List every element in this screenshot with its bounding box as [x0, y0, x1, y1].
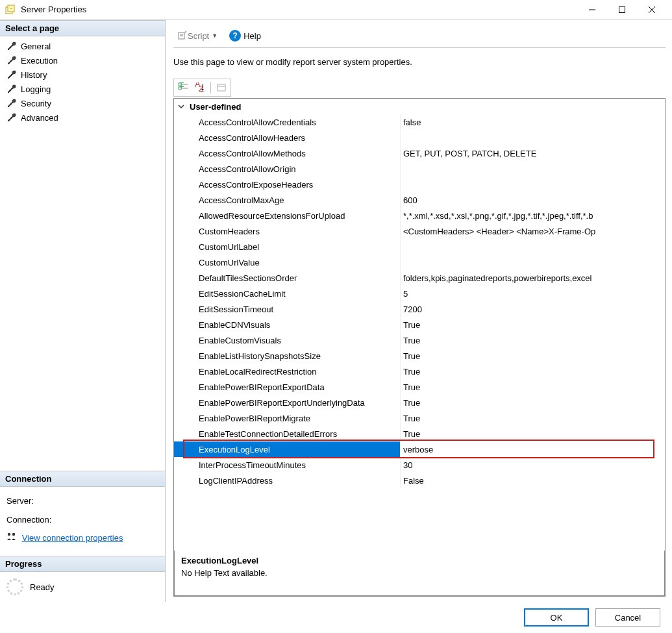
property-row[interactable]: AccessControlAllowOrigin [174, 161, 665, 177]
property-value[interactable]: True [400, 317, 665, 332]
property-value[interactable]: True [400, 379, 665, 395]
sidebar-page-advanced[interactable]: Advanced [0, 110, 165, 125]
sidebar-page-execution[interactable]: Execution [0, 53, 165, 68]
categorized-button[interactable]: ++ [175, 81, 191, 95]
property-row[interactable]: CustomUrlLabel [174, 239, 665, 254]
maximize-button[interactable] [607, 1, 637, 19]
help-label: Help [243, 31, 261, 41]
sidebar-page-history[interactable]: History [0, 68, 165, 82]
property-row[interactable]: EnableLocalRedirectRestrictionTrue [174, 364, 665, 379]
property-row[interactable]: EnableListHistorySnapshotsSizeTrue [174, 348, 665, 364]
property-value[interactable]: 7200 [400, 301, 665, 317]
alphabetical-button[interactable]: AZ [192, 81, 208, 95]
script-button[interactable]: Script ▼ [173, 28, 221, 44]
property-value-input[interactable] [403, 441, 665, 457]
property-row[interactable]: DefaultTilesSectionsOrderfolders,kpis,pa… [174, 270, 665, 286]
property-value[interactable]: 5 [400, 286, 665, 301]
property-row[interactable]: AllowedResourceExtensionsForUpload*,*.xm… [174, 208, 665, 223]
property-row[interactable]: CustomUrlValue [174, 254, 665, 270]
title-bar: Server Properties [0, 0, 672, 19]
property-rows: User-defined AccessControlAllowCredentia… [174, 99, 665, 551]
property-value[interactable]: GET, PUT, POST, PATCH, DELETE [400, 145, 665, 161]
property-value[interactable] [400, 441, 665, 457]
property-name: EnableCDNVisuals [174, 317, 400, 332]
property-row[interactable]: AccessControlAllowHeaders [174, 130, 665, 145]
property-value[interactable] [400, 161, 665, 177]
page-label: History [21, 70, 47, 80]
property-value[interactable]: True [400, 426, 665, 441]
property-value[interactable]: false [400, 114, 665, 130]
minimize-button[interactable] [577, 1, 607, 19]
property-value[interactable] [400, 130, 665, 145]
page-label: Execution [21, 56, 58, 66]
property-row[interactable]: AccessControlMaxAge600 [174, 192, 665, 208]
property-value[interactable]: 30 [400, 457, 665, 473]
property-row[interactable]: LogClientIPAddressFalse [174, 473, 665, 488]
svg-rect-21 [218, 84, 225, 91]
property-name: LogClientIPAddress [174, 473, 400, 488]
category-label: User-defined [190, 102, 241, 112]
svg-text:Z: Z [199, 84, 204, 93]
connection-header: Connection [0, 471, 165, 487]
category-row[interactable]: User-defined [174, 99, 665, 114]
property-value[interactable]: True [400, 332, 665, 348]
property-row[interactable]: ExecutionLogLevel [174, 441, 665, 457]
sidebar-page-security[interactable]: Security [0, 96, 165, 110]
property-row[interactable]: EditSessionTimeout7200 [174, 301, 665, 317]
page-description: Use this page to view or modify report s… [173, 57, 666, 67]
sidebar: Select a page GeneralExecutionHistoryLog… [0, 20, 166, 602]
property-value[interactable] [400, 254, 665, 270]
property-row[interactable]: AccessControlExposeHeaders [174, 177, 665, 192]
property-value[interactable]: True [400, 348, 665, 364]
property-row[interactable]: EnableCDNVisualsTrue [174, 317, 665, 332]
property-row[interactable]: EnableCustomVisualsTrue [174, 332, 665, 348]
property-value[interactable]: <CustomHeaders> <Header> <Name>X-Frame-O… [400, 223, 665, 239]
help-icon: ? [229, 30, 241, 42]
help-button[interactable]: ? Help [225, 28, 265, 43]
property-row[interactable]: EnablePowerBIReportMigrateTrue [174, 410, 665, 426]
property-name: CustomUrlValue [174, 254, 400, 270]
page-list: GeneralExecutionHistoryLoggingSecurityAd… [0, 36, 165, 127]
property-value[interactable]: False [400, 473, 665, 488]
property-row[interactable]: AccessControlAllowMethodsGET, PUT, POST,… [174, 145, 665, 161]
script-label: Script [188, 31, 209, 41]
property-row[interactable]: EditSessionCacheLimit5 [174, 286, 665, 301]
property-help-panel: ExecutionLogLevel No Help Text available… [174, 551, 665, 596]
property-row[interactable]: CustomHeaders<CustomHeaders> <Header> <N… [174, 223, 665, 239]
page-label: Logging [21, 84, 51, 94]
sidebar-page-general[interactable]: General [0, 39, 165, 53]
property-row[interactable]: EnableTestConnectionDetailedErrorsTrue [174, 426, 665, 441]
property-name: EditSessionTimeout [174, 301, 400, 317]
property-value[interactable] [400, 239, 665, 254]
close-button[interactable] [637, 1, 667, 19]
property-value[interactable]: 600 [400, 192, 665, 208]
property-value[interactable]: True [400, 410, 665, 426]
people-icon [6, 529, 17, 548]
progress-spinner-icon [6, 578, 23, 595]
page-label: Security [21, 99, 51, 108]
property-pages-button[interactable] [214, 81, 229, 95]
property-value[interactable]: folders,kpis,paginatedreports,powerbirep… [400, 270, 665, 286]
property-value[interactable]: *,*.xml,*.xsd,*.xsl,*.png,*.gif,*.jpg,*.… [400, 208, 665, 223]
cancel-button[interactable]: Cancel [595, 608, 660, 627]
svg-text:+: + [179, 82, 184, 92]
property-name: ExecutionLogLevel [174, 441, 400, 457]
property-name: DefaultTilesSectionsOrder [174, 270, 400, 286]
app-icon [5, 5, 16, 15]
wrench-icon [6, 69, 17, 80]
property-row[interactable]: InterProcessTimeoutMinutes30 [174, 457, 665, 473]
help-panel-text: No Help Text available. [181, 568, 658, 578]
main-toolbar: Script ▼ ? Help [173, 25, 666, 46]
svg-point-7 [8, 533, 10, 536]
view-connection-properties-link[interactable]: View connection properties [22, 533, 123, 543]
property-value[interactable] [400, 177, 665, 192]
property-row[interactable]: AccessControlAllowCredentialsfalse [174, 114, 665, 130]
ok-button[interactable]: OK [524, 608, 589, 627]
property-row[interactable]: EnablePowerBIReportExportDataTrue [174, 379, 665, 395]
property-value[interactable]: True [400, 395, 665, 410]
property-name: AccessControlAllowHeaders [174, 130, 400, 145]
property-value[interactable]: True [400, 364, 665, 379]
property-name: EnablePowerBIReportExportUnderlyingData [174, 395, 400, 410]
property-row[interactable]: EnablePowerBIReportExportUnderlyingDataT… [174, 395, 665, 410]
sidebar-page-logging[interactable]: Logging [0, 82, 165, 96]
